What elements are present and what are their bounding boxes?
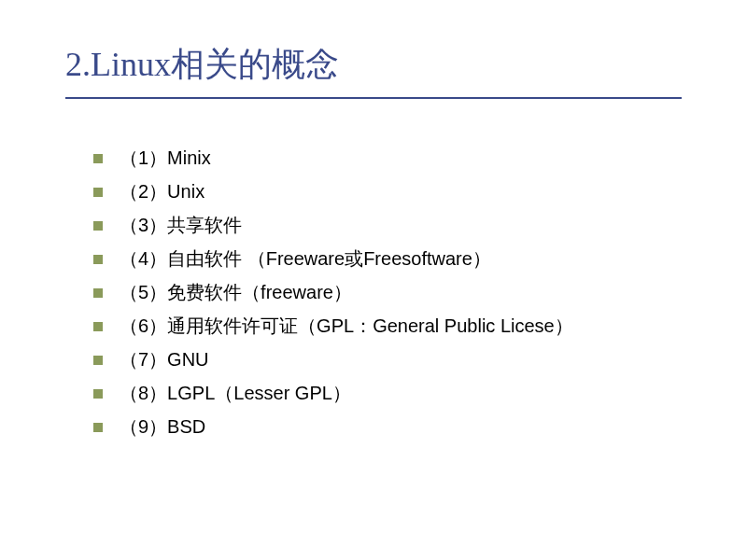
list-item: （3）共享软件 xyxy=(93,213,747,238)
bullet-text: （7）GNU xyxy=(120,347,209,372)
list-item: （7）GNU xyxy=(93,347,747,372)
list-item: （1）Minix xyxy=(93,146,747,171)
bullet-icon xyxy=(93,389,103,399)
title-area: 2.Linux相关的概念 xyxy=(0,0,747,88)
bullet-text: （1）Minix xyxy=(120,146,211,171)
bullet-icon xyxy=(93,423,103,432)
bullet-text: （5）免费软件（freeware） xyxy=(120,280,352,305)
bullet-text: （9）BSD xyxy=(120,414,205,440)
list-item: （5）免费软件（freeware） xyxy=(93,280,747,305)
bullet-icon xyxy=(93,288,103,298)
bullet-text: （2）Unix xyxy=(120,179,204,204)
slide-container: 2.Linux相关的概念 （1）Minix （2）Unix （3）共享软件 （4… xyxy=(0,0,747,560)
bullet-icon xyxy=(93,154,103,163)
bullet-text: （8）LGPL（Lesser GPL） xyxy=(120,381,351,406)
bullet-icon xyxy=(93,322,103,331)
bullet-text: （3）共享软件 xyxy=(120,213,242,238)
list-item: （6）通用软件许可证（GPL：General Public Licese） xyxy=(93,314,747,339)
bullet-text: （6）通用软件许可证（GPL：General Public Licese） xyxy=(120,314,573,339)
list-item: （2）Unix xyxy=(93,179,747,204)
list-item: （8）LGPL（Lesser GPL） xyxy=(93,381,747,406)
slide-title: 2.Linux相关的概念 xyxy=(65,42,747,88)
content-area: （1）Minix （2）Unix （3）共享软件 （4）自由软件 （Freewa… xyxy=(0,99,747,440)
bullet-icon xyxy=(93,255,103,264)
bullet-icon xyxy=(93,356,103,365)
list-item: （9）BSD xyxy=(93,414,747,440)
bullet-text: （4）自由软件 （Freeware或Freesoftware） xyxy=(120,246,491,272)
bullet-icon xyxy=(93,221,103,231)
list-item: （4）自由软件 （Freeware或Freesoftware） xyxy=(93,246,747,272)
bullet-icon xyxy=(93,188,103,197)
bullet-list: （1）Minix （2）Unix （3）共享软件 （4）自由软件 （Freewa… xyxy=(93,146,747,440)
